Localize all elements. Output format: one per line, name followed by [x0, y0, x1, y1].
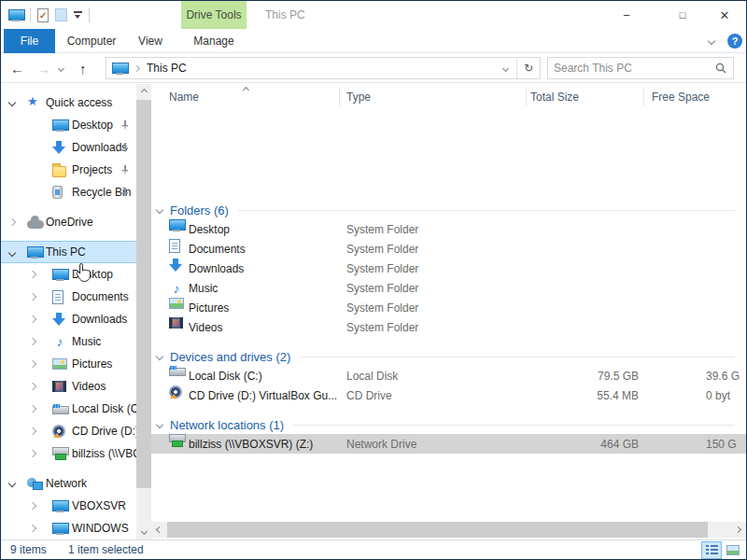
sidebar-item-downloads[interactable]: Downloads — [1, 308, 136, 330]
sidebar-item-windows[interactable]: WINDOWS — [1, 517, 136, 539]
scroll-left-icon[interactable] — [151, 522, 167, 538]
sidebar-item-local-disk[interactable]: Local Disk (C:) — [1, 398, 136, 420]
sidebar-item-desktop-pinned[interactable]: Desktop — [1, 114, 136, 136]
sidebar-item-documents[interactable]: Documents — [1, 286, 136, 308]
chevron-down-icon[interactable] — [8, 480, 16, 487]
chevron-right-icon[interactable] — [8, 218, 16, 226]
divider — [89, 7, 90, 22]
address-bar[interactable]: This PC ↻ — [106, 57, 541, 79]
file-name: Downloads — [189, 259, 244, 278]
chevron-right-icon[interactable] — [29, 450, 36, 457]
breadcrumb-chevron-icon[interactable] — [134, 64, 140, 71]
chevron-right-icon[interactable] — [29, 383, 36, 390]
search-box[interactable] — [547, 57, 734, 79]
chevron-right-icon[interactable] — [29, 525, 36, 532]
column-divider[interactable] — [643, 88, 644, 106]
file-total-size: 464 GB — [526, 434, 639, 454]
sidebar-item-cd-drive[interactable]: CD Drive (D:) Vir — [1, 420, 136, 442]
column-divider[interactable] — [339, 88, 340, 106]
new-folder-icon[interactable] — [55, 8, 67, 21]
sidebar-item-onedrive[interactable]: OneDrive — [1, 211, 136, 233]
file-row-cd-drive[interactable]: CD Drive (D:) VirtualBox Gu... CD Drive … — [151, 385, 746, 405]
chevron-right-icon[interactable] — [29, 271, 36, 278]
file-total-size: 79.5 GB — [526, 366, 639, 385]
column-header-type[interactable]: Type — [346, 84, 371, 110]
chevron-down-icon[interactable] — [8, 249, 16, 257]
chevron-right-icon[interactable] — [29, 338, 36, 345]
videos-icon — [169, 317, 183, 329]
file-row-desktop[interactable]: Desktop System Folder — [151, 219, 746, 239]
tab-manage[interactable]: Manage — [181, 29, 247, 53]
collapse-group-icon[interactable] — [156, 353, 163, 360]
customize-toolbar-icon[interactable] — [74, 11, 82, 19]
sidebar-item-label: Pictures — [72, 357, 112, 371]
chevron-right-icon[interactable] — [29, 293, 36, 301]
scroll-right-icon[interactable] — [730, 522, 746, 538]
horizontal-scrollbar[interactable] — [151, 522, 746, 538]
tab-view[interactable]: View — [127, 29, 174, 53]
breadcrumb[interactable]: This PC — [147, 62, 187, 75]
sidebar-item-desktop[interactable]: Desktop — [1, 263, 136, 286]
file-type: Network Drive — [346, 434, 416, 454]
scrollbar-thumb[interactable] — [136, 100, 151, 488]
column-divider[interactable] — [526, 88, 527, 106]
sidebar-item-quick-access[interactable]: ★ Quick access — [1, 91, 136, 114]
details-view-button[interactable] — [701, 541, 722, 559]
sidebar-item-downloads-pinned[interactable]: Downloads — [1, 136, 136, 159]
file-row-billziss-selected[interactable]: billziss (\\VBOXSVR) (Z:) Network Drive … — [151, 434, 746, 454]
file-row-music[interactable]: ♪ Music System Folder — [151, 278, 746, 298]
sidebar-item-billziss[interactable]: billziss (\\VBOXS — [1, 442, 136, 465]
help-icon[interactable]: ? — [727, 34, 742, 49]
file-row-local-disk[interactable]: Local Disk (C:) Local Disk 79.5 GB 39.6 … — [151, 366, 746, 385]
chevron-down-icon[interactable] — [8, 99, 16, 106]
collapse-group-icon[interactable] — [156, 206, 163, 214]
chevron-right-icon[interactable] — [29, 502, 36, 510]
scroll-up-icon[interactable] — [136, 84, 151, 100]
maximize-button[interactable]: □ — [661, 1, 704, 29]
sidebar-item-music[interactable]: ♪ Music — [1, 330, 136, 353]
sidebar-item-recycle-bin-pinned[interactable]: Recycle Bin — [1, 181, 136, 203]
expand-ribbon-icon[interactable] — [708, 37, 715, 45]
drive-tools-contextual-tab[interactable]: Drive Tools — [181, 1, 247, 29]
file-row-downloads[interactable]: Downloads System Folder — [151, 259, 746, 278]
scroll-down-icon[interactable] — [136, 524, 151, 539]
chevron-right-icon[interactable] — [29, 427, 36, 435]
column-header-total-size[interactable]: Total Size — [530, 84, 579, 110]
group-header-folders[interactable]: Folders (6) — [151, 201, 746, 219]
group-header-network-locations[interactable]: Network locations (1) — [151, 415, 746, 434]
search-icon[interactable] — [715, 63, 726, 74]
file-free-space: 0 byt — [706, 385, 730, 405]
close-button[interactable]: ✕ — [703, 1, 746, 29]
sidebar-item-vboxsvr[interactable]: VBOXSVR — [1, 495, 136, 517]
sidebar-item-this-pc[interactable]: This PC — [1, 241, 136, 263]
sidebar-item-pictures[interactable]: Pictures — [1, 353, 136, 375]
local-disk-icon — [52, 404, 67, 414]
refresh-icon[interactable]: ↻ — [517, 58, 540, 78]
chevron-right-icon[interactable] — [29, 405, 36, 413]
chevron-right-icon[interactable] — [29, 315, 36, 323]
collapse-group-icon[interactable] — [156, 421, 163, 428]
search-input[interactable] — [548, 62, 715, 75]
thumbnails-view-button[interactable] — [723, 541, 743, 559]
minimize-button[interactable]: − — [605, 1, 648, 29]
back-button[interactable]: ← — [10, 53, 24, 83]
tab-computer[interactable]: Computer — [59, 29, 124, 53]
sidebar-item-network[interactable]: Network — [1, 472, 136, 495]
group-header-devices[interactable]: Devices and drives (2) — [151, 347, 746, 366]
scrollbar-thumb[interactable] — [167, 522, 708, 538]
address-dropdown-icon[interactable] — [494, 58, 516, 78]
file-row-pictures[interactable]: Pictures System Folder — [151, 298, 746, 317]
properties-icon[interactable] — [37, 8, 49, 22]
sidebar-item-projects-pinned[interactable]: Projects — [1, 159, 136, 181]
tab-file[interactable]: File — [4, 29, 55, 53]
chevron-right-icon[interactable] — [29, 360, 36, 368]
sidebar-item-videos[interactable]: Videos — [1, 375, 136, 398]
column-header-free-space[interactable]: Free Space — [652, 84, 710, 110]
file-row-documents[interactable]: Documents System Folder — [151, 239, 746, 259]
sidebar-scrollbar[interactable] — [136, 84, 151, 539]
up-button[interactable]: ↑ — [79, 53, 87, 83]
local-disk-icon — [169, 366, 184, 376]
file-row-videos[interactable]: Videos System Folder — [151, 317, 746, 337]
column-header-name[interactable]: Name — [169, 84, 199, 110]
recent-locations-icon[interactable] — [58, 65, 64, 72]
